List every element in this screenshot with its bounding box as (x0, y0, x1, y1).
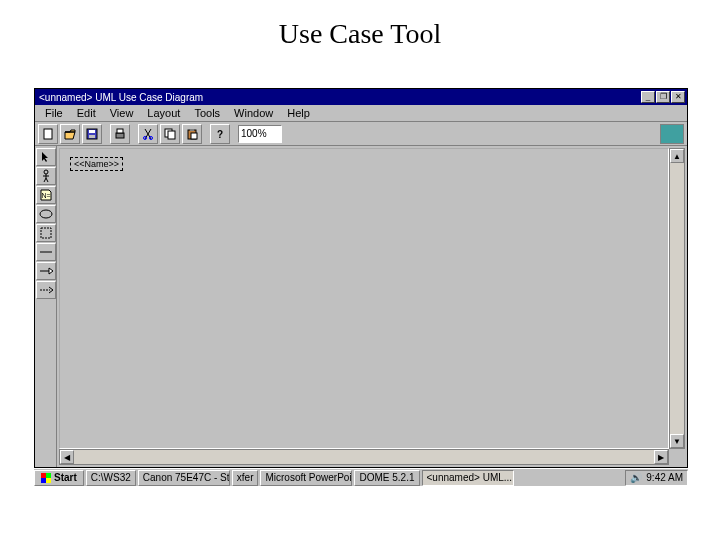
windows-flag-icon (41, 473, 51, 483)
menu-layout[interactable]: Layout (141, 106, 186, 120)
app-window: <unnamed> UML Use Case Diagram _ ❐ ✕ Fil… (34, 88, 688, 468)
scroll-right-button[interactable]: ▶ (654, 450, 668, 464)
svg-point-14 (44, 170, 48, 174)
zoom-combo[interactable]: 100% (238, 125, 282, 143)
tool-palette: N= (35, 146, 57, 467)
clock: 9:42 AM (646, 472, 683, 483)
system-tray[interactable]: 🔊 9:42 AM (625, 470, 688, 486)
svg-rect-2 (89, 130, 95, 133)
menu-file[interactable]: File (39, 106, 69, 120)
scroll-left-button[interactable]: ◀ (60, 450, 74, 464)
menu-tools[interactable]: Tools (188, 106, 226, 120)
svg-point-16 (40, 210, 52, 218)
svg-point-7 (150, 136, 153, 139)
scroll-track[interactable] (74, 450, 654, 464)
taskbar-item[interactable]: C:\WS32 (86, 470, 136, 486)
diagram-node[interactable]: <<Name>> (70, 157, 123, 171)
taskbar-item[interactable]: Canon 75E47C - St (138, 470, 230, 486)
canvas-area: <<Name>> ▲ ▼ ◀ ▶ (57, 146, 687, 467)
actor-tool[interactable] (36, 167, 56, 185)
scroll-down-button[interactable]: ▼ (670, 434, 684, 448)
diagram-canvas[interactable]: <<Name>> (59, 148, 669, 449)
svg-rect-0 (44, 129, 52, 139)
scroll-up-button[interactable]: ▲ (670, 149, 684, 163)
paste-button[interactable] (182, 124, 202, 144)
svg-rect-3 (89, 135, 95, 138)
scroll-track[interactable] (670, 163, 684, 434)
close-button[interactable]: ✕ (671, 91, 685, 103)
menu-window[interactable]: Window (228, 106, 279, 120)
cut-button[interactable] (138, 124, 158, 144)
horizontal-scrollbar[interactable]: ◀ ▶ (59, 449, 669, 465)
minimize-button[interactable]: _ (641, 91, 655, 103)
svg-rect-11 (190, 129, 194, 131)
menubar: File Edit View Layout Tools Window Help (35, 105, 687, 122)
start-label: Start (54, 472, 77, 483)
svg-point-6 (144, 136, 147, 139)
tray-icon[interactable]: 🔊 (630, 472, 642, 483)
window-title: <unnamed> UML Use Case Diagram (37, 92, 640, 103)
svg-rect-17 (41, 228, 51, 238)
dependency-tool[interactable] (36, 281, 56, 299)
association-tool[interactable] (36, 243, 56, 261)
vertical-scrollbar[interactable]: ▲ ▼ (669, 148, 685, 449)
taskbar-item[interactable]: xfer (232, 470, 259, 486)
svg-rect-5 (117, 129, 123, 133)
slide-title: Use Case Tool (0, 0, 720, 60)
work-area: N= <<Name>> ▲ ▼ ◀ ▶ (35, 146, 687, 467)
menu-help[interactable]: Help (281, 106, 316, 120)
help-button[interactable]: ? (210, 124, 230, 144)
usecase-tool[interactable] (36, 205, 56, 223)
note-tool[interactable]: N= (36, 186, 56, 204)
menu-view[interactable]: View (104, 106, 140, 120)
taskbar-item-active[interactable]: <unnamed> UML... (422, 470, 514, 486)
maximize-button[interactable]: ❐ (656, 91, 670, 103)
system-box-tool[interactable] (36, 224, 56, 242)
pointer-tool[interactable] (36, 148, 56, 166)
menu-edit[interactable]: Edit (71, 106, 102, 120)
save-button[interactable] (82, 124, 102, 144)
print-button[interactable] (110, 124, 130, 144)
taskbar-item[interactable]: DOME 5.2.1 (354, 470, 419, 486)
toolbar: ? 100% (35, 122, 687, 146)
taskbar: Start C:\WS32 Canon 75E47C - St xfer Mic… (34, 468, 688, 486)
open-button[interactable] (60, 124, 80, 144)
svg-text:?: ? (217, 129, 223, 140)
svg-rect-9 (168, 131, 175, 139)
copy-button[interactable] (160, 124, 180, 144)
titlebar[interactable]: <unnamed> UML Use Case Diagram _ ❐ ✕ (35, 89, 687, 105)
taskbar-item[interactable]: Microsoft PowerPoin (260, 470, 352, 486)
svg-rect-4 (116, 133, 124, 138)
generalization-tool[interactable] (36, 262, 56, 280)
svg-text:N=: N= (41, 192, 50, 199)
app-logo-icon (660, 124, 684, 144)
start-button[interactable]: Start (34, 470, 84, 486)
svg-rect-12 (191, 133, 197, 139)
new-button[interactable] (38, 124, 58, 144)
